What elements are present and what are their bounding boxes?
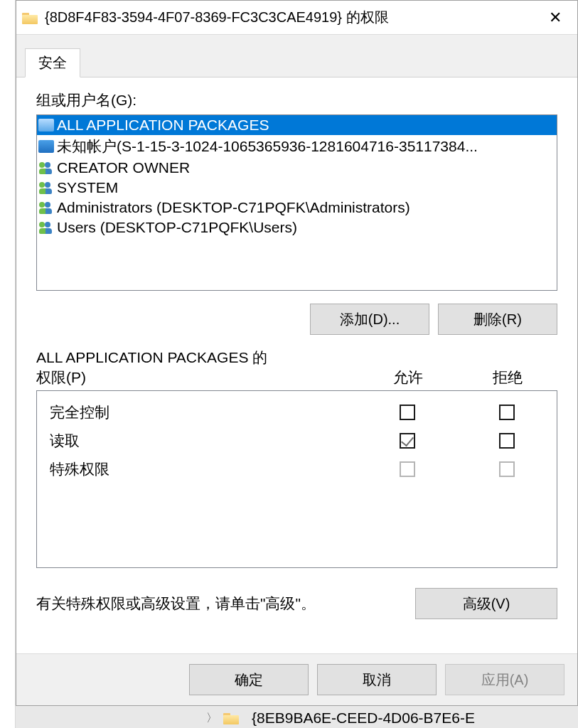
cancel-button-label: 取消 bbox=[363, 670, 391, 690]
apply-button[interactable]: 应用(A) bbox=[445, 664, 564, 695]
background-left-strip bbox=[0, 0, 16, 728]
deny-checkbox[interactable] bbox=[499, 433, 515, 449]
deny-cell bbox=[457, 461, 557, 477]
tab-strip: 安全 bbox=[16, 35, 577, 77]
user-row[interactable]: CREATOR OWNER bbox=[37, 158, 557, 178]
deny-column-header: 拒绝 bbox=[458, 368, 557, 387]
background-item-label: {8EB9BA6E-CEED-4D06-B7E6-E bbox=[252, 710, 475, 727]
deny-checkbox[interactable] bbox=[499, 405, 515, 420]
ok-button[interactable]: 确定 bbox=[189, 664, 309, 695]
hint-row: 有关特殊权限或高级设置，请单击"高级"。 高级(V) bbox=[36, 588, 557, 619]
deny-cell bbox=[457, 433, 557, 449]
chevron-right-icon: 〉 bbox=[206, 711, 218, 726]
package-icon bbox=[38, 119, 54, 132]
users-icon bbox=[38, 181, 54, 194]
user-row-label: ALL APPLICATION PACKAGES bbox=[57, 117, 269, 134]
add-button-label: 添加(D)... bbox=[340, 310, 400, 329]
permissions-dialog: {8D8F4F83-3594-4F07-8369-FC3C3CAE4919} 的… bbox=[16, 0, 578, 706]
close-icon: ✕ bbox=[549, 9, 562, 27]
tab-security-label: 安全 bbox=[38, 55, 67, 70]
allow-cell bbox=[358, 405, 457, 420]
ok-button-label: 确定 bbox=[235, 670, 263, 690]
package-icon bbox=[38, 140, 54, 153]
user-row[interactable]: ALL APPLICATION PACKAGES bbox=[37, 115, 557, 135]
allow-checkbox bbox=[400, 461, 415, 477]
permission-name: 完全控制 bbox=[50, 402, 358, 422]
allow-cell bbox=[358, 461, 457, 477]
permission-name: 读取 bbox=[50, 431, 358, 451]
advanced-button-label: 高级(V) bbox=[463, 594, 510, 614]
allow-checkbox[interactable] bbox=[400, 433, 415, 449]
titlebar: {8D8F4F83-3594-4F07-8369-FC3C3CAE4919} 的… bbox=[16, 1, 577, 35]
permissions-title-line1: ALL APPLICATION PACKAGES 的 bbox=[36, 348, 358, 368]
groups-label: 组或用户名(G): bbox=[36, 90, 557, 110]
user-row-label: SYSTEM bbox=[57, 179, 118, 196]
window-title: {8D8F4F83-3594-4F07-8369-FC3C3CAE4919} 的… bbox=[45, 8, 539, 27]
permissions-listbox: 完全控制读取特殊权限 bbox=[36, 390, 557, 568]
remove-button-label: 删除(R) bbox=[473, 310, 522, 329]
permissions-title-line2: 权限(P) bbox=[36, 368, 358, 387]
deny-cell bbox=[457, 405, 557, 420]
content-area: 组或用户名(G): ALL APPLICATION PACKAGES未知帐户(S… bbox=[16, 77, 577, 653]
user-row-label: Users (DESKTOP-C71PQFK\Users) bbox=[57, 219, 297, 236]
deny-checkbox bbox=[499, 461, 515, 477]
users-icon bbox=[38, 201, 54, 214]
users-listbox[interactable]: ALL APPLICATION PACKAGES未知帐户(S-1-15-3-10… bbox=[36, 114, 557, 291]
remove-button[interactable]: 删除(R) bbox=[438, 304, 557, 335]
users-icon bbox=[38, 221, 54, 234]
dialog-footer: 确定 取消 应用(A) bbox=[16, 653, 577, 705]
add-button[interactable]: 添加(D)... bbox=[310, 304, 429, 335]
permission-row: 读取 bbox=[37, 427, 557, 455]
folder-icon bbox=[223, 712, 239, 724]
allow-checkbox[interactable] bbox=[400, 405, 415, 420]
apply-button-label: 应用(A) bbox=[481, 670, 529, 690]
folder-icon bbox=[22, 11, 38, 24]
user-row-label: CREATOR OWNER bbox=[57, 159, 190, 176]
user-row[interactable]: SYSTEM bbox=[37, 178, 557, 198]
permission-name: 特殊权限 bbox=[50, 459, 358, 479]
user-row[interactable]: Administrators (DESKTOP-C71PQFK\Administ… bbox=[37, 198, 557, 218]
close-button[interactable]: ✕ bbox=[539, 6, 572, 29]
permission-row: 特殊权限 bbox=[37, 455, 557, 483]
user-row-label: Administrators (DESKTOP-C71PQFK\Administ… bbox=[57, 199, 410, 216]
users-icon bbox=[38, 161, 54, 174]
cancel-button[interactable]: 取消 bbox=[317, 664, 437, 695]
tab-security[interactable]: 安全 bbox=[25, 48, 80, 77]
background-tree-item: 〉 {8EB9BA6E-CEED-4D06-B7E6-E bbox=[206, 710, 475, 727]
add-remove-row: 添加(D)... 删除(R) bbox=[36, 304, 557, 335]
hint-text: 有关特殊权限或高级设置，请单击"高级"。 bbox=[36, 594, 401, 614]
user-row[interactable]: Users (DESKTOP-C71PQFK\Users) bbox=[37, 218, 557, 237]
allow-cell bbox=[358, 433, 457, 449]
user-row-label: 未知帐户(S-1-15-3-1024-1065365936-1281604716… bbox=[57, 136, 478, 156]
user-row[interactable]: 未知帐户(S-1-15-3-1024-1065365936-1281604716… bbox=[37, 135, 557, 158]
advanced-button[interactable]: 高级(V) bbox=[415, 588, 557, 619]
permissions-header: ALL APPLICATION PACKAGES 的 权限(P) 允许 拒绝 bbox=[36, 348, 557, 387]
permission-row: 完全控制 bbox=[37, 398, 557, 427]
allow-column-header: 允许 bbox=[358, 368, 458, 387]
